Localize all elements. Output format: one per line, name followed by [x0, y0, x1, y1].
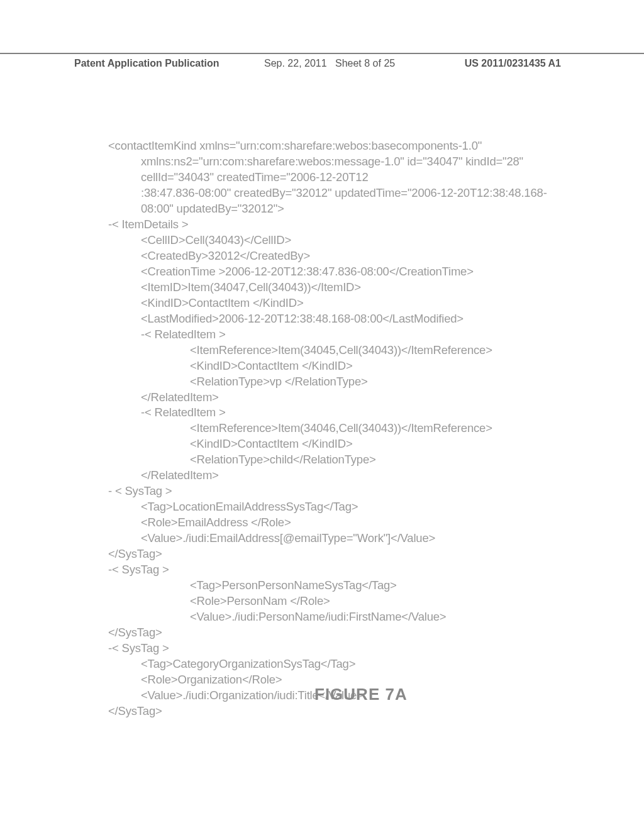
code-line: -< SysTag >: [108, 641, 570, 656]
code-line: <CellID>Cell(34043)</CellID>: [108, 233, 570, 248]
code-line: <Tag>PersonPersonNameSysTag</Tag>: [108, 578, 570, 594]
pub-date: Sep. 22, 2011: [264, 58, 327, 69]
code-line: <CreatedBy>32012</CreatedBy>: [108, 248, 570, 264]
code-line: <Value>./iudi:PersonName/iudi:FirstName<…: [108, 609, 570, 625]
code-line: </SysTag>: [108, 625, 570, 641]
code-line: <CreationTime >2006-12-20T12:38:47.836-0…: [108, 264, 570, 280]
code-line: xmlns:ns2="urn:com:sharefare:webos:messa…: [108, 154, 570, 185]
xml-listing: <contactItemKind xmlns="urn:com:sharefar…: [108, 138, 570, 719]
code-line: <KindID>ContactItem </KindID>: [108, 358, 570, 374]
sheet-number: Sheet 8 of 25: [335, 58, 395, 69]
code-line: <LastModified>2006-12-20T12:38:48.168-08…: [108, 311, 570, 327]
publication-type: Patent Application Publication: [74, 58, 219, 69]
code-line: <ItemReference>Item(34045,Cell(34043))</…: [108, 343, 570, 358]
code-line: -< RelatedItem >: [108, 405, 570, 421]
header-center: Sep. 22, 2011 Sheet 8 of 25: [264, 58, 395, 69]
code-line: :38:47.836-08:00" createdBy="32012" upda…: [108, 185, 570, 217]
code-line: <Role>EmailAddress </Role>: [108, 515, 570, 531]
code-line: <Role>PersonNam </Role>: [108, 594, 570, 609]
code-line: -< SysTag >: [108, 562, 570, 578]
code-line: <ItemReference>Item(34046,Cell(34043))</…: [108, 421, 570, 436]
figure-label: FIGURE 7A: [314, 685, 408, 704]
code-line: <Value>./iudi:EmailAddress[@emailType="W…: [108, 531, 570, 546]
code-line: <RelationType>vp </RelationType>: [108, 374, 570, 390]
page-header: Patent Application Publication Sep. 22, …: [0, 53, 644, 58]
code-line: <KindID>ContactItem </KindID>: [108, 436, 570, 452]
code-line: <ItemID>Item(34047,Cell(34043))</ItemID>: [108, 280, 570, 296]
code-line: -< RelatedItem >: [108, 327, 570, 343]
publication-number: US 2011/0231435 A1: [465, 58, 561, 69]
code-line: - < SysTag >: [108, 484, 570, 499]
code-line: </SysTag>: [108, 704, 570, 719]
code-line: <Tag>LocationEmailAddressSysTag</Tag>: [108, 499, 570, 515]
code-line: <KindID>ContactItem </KindID>: [108, 296, 570, 311]
code-line: </SysTag>: [108, 546, 570, 562]
code-line: </RelatedItem>: [108, 390, 570, 406]
code-line: -< ItemDetails >: [108, 217, 570, 233]
code-line: <Tag>CategoryOrganizationSysTag</Tag>: [108, 656, 570, 672]
code-line: <RelationType>child</RelationType>: [108, 452, 570, 468]
code-line: </RelatedItem>: [108, 468, 570, 484]
code-line: <contactItemKind xmlns="urn:com:sharefar…: [108, 138, 570, 154]
